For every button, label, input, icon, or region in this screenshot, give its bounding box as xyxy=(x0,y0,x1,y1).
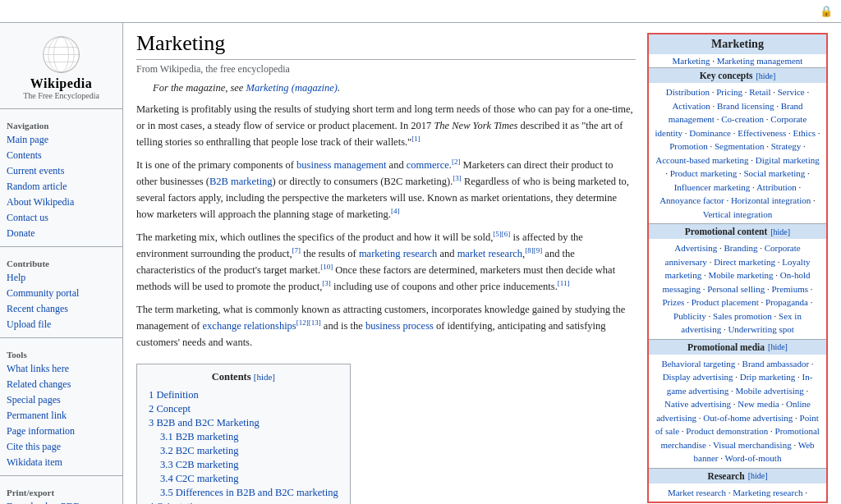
content-area: Marketing From Wikipedia, the free encyc… xyxy=(123,23,841,504)
citation-3b[interactable]: [3] xyxy=(322,279,331,287)
from-wikipedia: From Wikipedia, the free encyclopedia xyxy=(136,63,636,76)
paragraph-3: The marketing mix, which outlines the sp… xyxy=(136,229,636,295)
sidebar-item-permanent-link[interactable]: Permanent link xyxy=(0,408,122,424)
sidebar-item-random-article[interactable]: Random article xyxy=(0,179,122,195)
infobox-subheader: Marketing · Marketing management xyxy=(649,54,826,67)
contents-item-3-2[interactable]: 3.2 B2C marketing xyxy=(149,444,338,458)
contents-item-3-5[interactable]: 3.5 Differences in B2B and B2C marketing xyxy=(149,486,338,500)
sidebar-item-community-portal[interactable]: Community portal xyxy=(0,286,122,301)
sidebar-item-current-events[interactable]: Current events xyxy=(0,163,122,179)
sidebar-item-related-changes[interactable]: Related changes xyxy=(0,377,122,392)
sidebar-item-special-pages[interactable]: Special pages xyxy=(0,392,122,408)
citation-3[interactable]: [3] xyxy=(453,174,462,182)
sidebar-item-cite-this-page[interactable]: Cite this page xyxy=(0,439,122,455)
contents-item-4[interactable]: 4 Orientations xyxy=(149,500,338,504)
paragraph-2: It is one of the primary components of b… xyxy=(136,157,636,222)
business-process-link[interactable]: business process xyxy=(365,320,434,332)
contents-item-3-4[interactable]: 3.4 C2C marketing xyxy=(149,472,338,486)
citation-1[interactable]: [1] xyxy=(411,135,420,143)
sidebar-item-what-links-here[interactable]: What links here xyxy=(0,361,122,377)
commerce-link[interactable]: commerce xyxy=(407,159,449,171)
contents-item-1[interactable]: 1 Definition xyxy=(149,388,338,402)
sidebar-item-about-wikipedia[interactable]: About Wikipedia xyxy=(0,195,122,210)
wikipedia-title: Wikipedia xyxy=(4,76,118,91)
infobox-header: Marketing xyxy=(649,34,826,54)
infobox-marketing-link[interactable]: Marketing xyxy=(673,56,710,66)
tools-section-title: Tools xyxy=(0,343,122,361)
contents-item-2[interactable]: 2 Concept xyxy=(149,402,338,416)
wikipedia-logo: Wikipedia The Free Encyclopedia xyxy=(0,30,122,109)
contents-item-3-3[interactable]: 3.3 C2B marketing xyxy=(149,458,338,472)
navigation-section-title: Navigation xyxy=(0,114,122,132)
infobox-promotional-media-content: Behavioral targeting · Brand ambassador … xyxy=(649,355,826,468)
sidebar-item-donate[interactable]: Donate xyxy=(0,226,122,241)
infobox-research-content: Market research · Marketing research · xyxy=(649,483,826,502)
exchange-relationships-link[interactable]: exchange relationships xyxy=(203,320,296,332)
infobox-marketing-management-link[interactable]: Marketing management xyxy=(717,56,803,66)
infobox-promotional-content: Advertising · Branding · Corporate anniv… xyxy=(649,239,826,339)
infobox-research-section: Research [hide] xyxy=(649,469,826,483)
research-hide-link[interactable]: [hide] xyxy=(748,471,768,480)
citation-4[interactable]: [4] xyxy=(391,207,400,215)
sidebar-item-upload-file[interactable]: Upload file xyxy=(0,317,122,332)
intro-italic: For the magazine, see Marketing (magazin… xyxy=(136,82,636,94)
contribute-section-title: Contribute xyxy=(0,252,122,270)
citation-7[interactable]: [7] xyxy=(292,246,301,254)
sidebar-item-page-information[interactable]: Page information xyxy=(0,424,122,439)
citation-5-6[interactable]: [5][6] xyxy=(493,230,510,238)
paragraph-1: Marketing is profitably using the result… xyxy=(136,101,636,150)
wikipedia-subtitle: The Free Encyclopedia xyxy=(4,91,118,100)
citation-2[interactable]: [2] xyxy=(452,158,461,166)
infobox-key-concepts-content: Distribution · Pricing · Retail · Servic… xyxy=(649,83,826,223)
lock-icon: 🔒 xyxy=(820,5,833,18)
contents-hide-link[interactable]: [hide] xyxy=(254,372,275,382)
promotional-content-hide-link[interactable]: [hide] xyxy=(770,227,790,236)
contents-item-3[interactable]: 3 B2B and B2C Marketing xyxy=(149,416,338,430)
infobox-promotional-content-section: Promotional content [hide] xyxy=(649,224,826,239)
sidebar-item-contact-us[interactable]: Contact us xyxy=(0,210,122,226)
page-title: Marketing xyxy=(136,31,636,60)
key-concepts-hide-link[interactable]: [hide] xyxy=(756,71,775,80)
article: Marketing From Wikipedia, the free encyc… xyxy=(136,31,636,496)
infobox-key-concepts-section: Key concepts [hide] xyxy=(649,68,826,83)
sidebar-item-download-pdf[interactable]: Download as PDF xyxy=(0,499,122,504)
market-research-link[interactable]: market research xyxy=(457,248,522,259)
promotional-media-hide-link[interactable]: [hide] xyxy=(768,342,788,351)
sidebar-item-recent-changes[interactable]: Recent changes xyxy=(0,301,122,317)
sidebar-item-main-page[interactable]: Main page xyxy=(0,132,122,148)
citation-12-13[interactable]: [12][13] xyxy=(296,318,321,327)
infobox: Marketing Marketing · Marketing manageme… xyxy=(647,33,828,503)
citation-10[interactable]: [10] xyxy=(320,263,333,271)
business-management-link[interactable]: business management xyxy=(296,159,386,171)
sidebar-item-help[interactable]: Help xyxy=(0,270,122,286)
infobox-promotional-media-section: Promotional media [hide] xyxy=(649,340,826,355)
contents-title: Contents [hide] xyxy=(149,371,338,383)
b2b-marketing-link[interactable]: B2B marketing xyxy=(209,176,273,187)
sidebar-item-wikidata-item[interactable]: Wikidata item xyxy=(0,455,122,470)
contents-box: Contents [hide] 1 Definition 2 Concept 3… xyxy=(136,364,351,504)
marketing-magazine-link[interactable]: Marketing (magazine) xyxy=(246,82,338,94)
citation-8-9[interactable]: [8][9] xyxy=(525,246,542,254)
sidebar: Wikipedia The Free Encyclopedia Navigati… xyxy=(0,23,123,504)
contents-item-3-1[interactable]: 3.1 B2B marketing xyxy=(149,430,338,444)
marketing-research-link[interactable]: marketing research xyxy=(359,248,437,259)
citation-11[interactable]: [11] xyxy=(558,279,570,287)
print-section-title: Print/export xyxy=(0,481,122,499)
paragraph-4: The term marketing, what is commonly kno… xyxy=(136,301,636,351)
sidebar-item-contents[interactable]: Contents xyxy=(0,148,122,163)
